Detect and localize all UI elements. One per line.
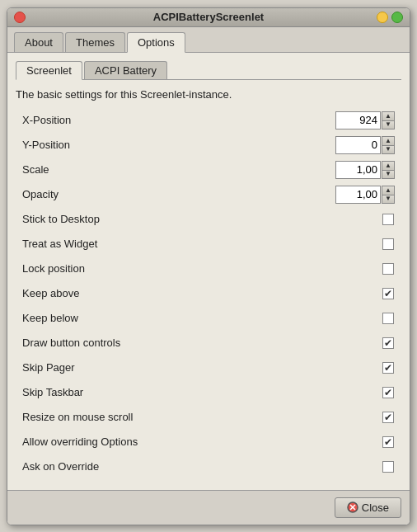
bottom-bar: Close xyxy=(7,490,410,525)
checkbox-keep-above[interactable]: ✔ xyxy=(382,287,395,300)
spin-buttons-y-position: ▲ ▼ xyxy=(382,136,395,154)
spin-down-x-position[interactable]: ▼ xyxy=(382,120,395,129)
spinbox-opacity: ▲ ▼ xyxy=(335,186,395,204)
checkbox-checked-allow-overriding-options[interactable]: ✔ xyxy=(382,436,394,448)
field-allow-overriding-options: Allow overriding Options ✔ xyxy=(22,432,395,452)
form-area: X-Position ▲ ▼ Y-Position xyxy=(16,111,401,477)
titlebar-right xyxy=(377,12,403,23)
spin-up-scale[interactable]: ▲ xyxy=(382,161,395,170)
control-x-position: ▲ ▼ xyxy=(335,111,395,129)
spin-up-y-position[interactable]: ▲ xyxy=(382,136,395,145)
spin-buttons-x-position: ▲ ▼ xyxy=(382,111,395,129)
tab-about[interactable]: About xyxy=(14,32,63,52)
input-opacity[interactable] xyxy=(335,186,381,204)
control-y-position: ▲ ▼ xyxy=(335,136,395,154)
spin-up-x-position[interactable]: ▲ xyxy=(382,111,395,120)
input-y-position[interactable] xyxy=(335,136,381,154)
field-scale: Scale ▲ ▼ xyxy=(22,160,395,180)
label-ask-on-override: Ask on Override xyxy=(22,460,382,473)
label-y-position: Y-Position xyxy=(22,139,335,151)
field-y-position: Y-Position ▲ ▼ xyxy=(22,135,395,155)
label-keep-below: Keep below xyxy=(22,312,382,324)
checkbox-checked-keep-above[interactable]: ✔ xyxy=(382,288,394,299)
close-button-label: Close xyxy=(362,501,389,514)
inner-tab-screenlet[interactable]: Screenlet xyxy=(16,61,82,80)
field-keep-below: Keep below xyxy=(22,308,395,328)
label-skip-pager: Skip Pager xyxy=(22,361,382,374)
spin-down-opacity[interactable]: ▼ xyxy=(382,195,395,204)
label-scale: Scale xyxy=(22,163,335,176)
checkbox-checked-skip-pager[interactable]: ✔ xyxy=(382,362,394,374)
label-stick-to-desktop: Stick to Desktop xyxy=(22,213,382,225)
checkbox-unchecked-stick-to-desktop[interactable] xyxy=(382,214,394,225)
inner-tab-acpi-battery[interactable]: ACPI Battery xyxy=(84,61,167,79)
field-skip-pager: Skip Pager ✔ xyxy=(22,358,395,378)
input-x-position[interactable] xyxy=(335,111,381,129)
spinbox-x-position: ▲ ▼ xyxy=(335,111,395,129)
content-area: Screenlet ACPI Battery The basic setting… xyxy=(7,53,410,490)
label-skip-taskbar: Skip Taskbar xyxy=(22,386,382,398)
field-opacity: Opacity ▲ ▼ xyxy=(22,185,395,205)
field-resize-on-mouse-scroll: Resize on mouse scroll ✔ xyxy=(22,407,395,427)
minimize-button[interactable] xyxy=(377,12,388,23)
window-title: ACPIBatteryScreenlet xyxy=(153,11,264,23)
label-allow-overriding-options: Allow overriding Options xyxy=(22,435,382,448)
field-ask-on-override: Ask on Override xyxy=(22,457,395,477)
label-treat-as-widget: Treat as Widget xyxy=(22,238,382,250)
spinbox-y-position: ▲ ▼ xyxy=(335,136,395,154)
tab-themes[interactable]: Themes xyxy=(65,32,125,52)
checkbox-checked-draw-button-controls[interactable]: ✔ xyxy=(382,337,394,349)
checkbox-treat-as-widget[interactable] xyxy=(382,238,395,251)
label-resize-on-mouse-scroll: Resize on mouse scroll xyxy=(22,411,382,423)
control-scale: ▲ ▼ xyxy=(335,161,395,179)
inner-tab-bar: Screenlet ACPI Battery xyxy=(16,61,401,80)
tab-options[interactable]: Options xyxy=(127,32,185,53)
checkbox-keep-below[interactable] xyxy=(382,312,395,325)
checkbox-unchecked-lock-position[interactable] xyxy=(382,263,394,275)
checkbox-lock-position[interactable] xyxy=(382,262,395,275)
spin-down-y-position[interactable]: ▼ xyxy=(382,145,395,154)
input-scale[interactable] xyxy=(335,161,381,179)
spin-down-scale[interactable]: ▼ xyxy=(382,170,395,179)
checkbox-unchecked-treat-as-widget[interactable] xyxy=(382,238,394,250)
spin-buttons-scale: ▲ ▼ xyxy=(382,161,395,179)
checkbox-checked-skip-taskbar[interactable]: ✔ xyxy=(382,387,394,398)
checkbox-unchecked-ask-on-override[interactable] xyxy=(382,461,394,473)
checkbox-draw-button-controls[interactable]: ✔ xyxy=(382,337,395,350)
checkbox-unchecked-keep-below[interactable] xyxy=(382,313,394,324)
field-x-position: X-Position ▲ ▼ xyxy=(22,111,395,130)
checkbox-skip-taskbar[interactable]: ✔ xyxy=(382,386,395,399)
label-draw-button-controls: Draw button controls xyxy=(22,337,382,349)
field-lock-position: Lock position xyxy=(22,259,395,279)
maximize-button[interactable] xyxy=(391,12,403,23)
field-stick-to-desktop: Stick to Desktop xyxy=(22,210,395,229)
control-opacity: ▲ ▼ xyxy=(335,186,395,204)
label-opacity: Opacity xyxy=(22,188,335,200)
field-skip-taskbar: Skip Taskbar ✔ xyxy=(22,383,395,403)
checkbox-allow-overriding-options[interactable]: ✔ xyxy=(382,435,395,449)
close-button[interactable]: Close xyxy=(335,497,401,518)
spinbox-scale: ▲ ▼ xyxy=(335,161,395,179)
checkbox-skip-pager[interactable]: ✔ xyxy=(382,361,395,374)
field-draw-button-controls: Draw button controls ✔ xyxy=(22,333,395,353)
close-icon xyxy=(347,501,358,513)
spin-up-opacity[interactable]: ▲ xyxy=(382,186,395,195)
titlebar: ACPIBatteryScreenlet xyxy=(7,8,410,27)
label-keep-above: Keep above xyxy=(22,287,382,299)
field-keep-above: Keep above ✔ xyxy=(22,284,395,304)
checkbox-resize-on-mouse-scroll[interactable]: ✔ xyxy=(382,411,395,424)
label-x-position: X-Position xyxy=(22,114,335,126)
checkbox-checked-resize-on-mouse-scroll[interactable]: ✔ xyxy=(382,412,394,423)
close-window-button[interactable] xyxy=(14,12,26,23)
main-tab-bar: About Themes Options xyxy=(7,27,410,53)
checkbox-ask-on-override[interactable] xyxy=(382,460,395,473)
main-window: ACPIBatteryScreenlet About Themes Option… xyxy=(7,7,410,525)
checkbox-stick-to-desktop[interactable] xyxy=(382,213,395,226)
titlebar-left xyxy=(14,12,26,23)
spin-buttons-opacity: ▲ ▼ xyxy=(382,186,395,204)
label-lock-position: Lock position xyxy=(22,262,382,275)
field-treat-as-widget: Treat as Widget xyxy=(22,234,395,254)
description-text: The basic settings for this Screenlet-in… xyxy=(16,88,401,101)
